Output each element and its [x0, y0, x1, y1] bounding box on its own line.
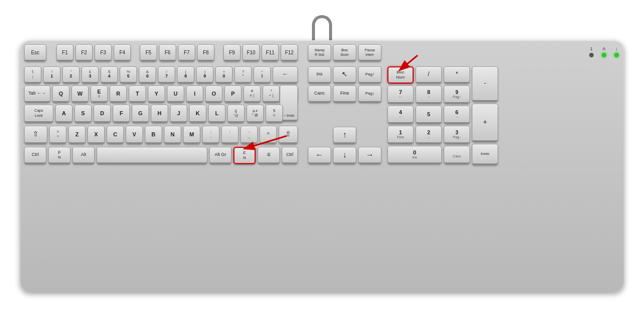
key-bloc-scorr[interactable]: BlocScorr [333, 44, 356, 61]
key-y[interactable]: Y [148, 86, 165, 103]
key-f8[interactable]: F8 [197, 44, 214, 61]
key-n[interactable]: N [164, 126, 181, 144]
key-plus[interactable]: *+ ] [263, 86, 280, 103]
key-f9[interactable]: F9 [223, 44, 240, 61]
key-num-slash[interactable]: / [416, 66, 442, 84]
key-num-5[interactable]: 5 [416, 106, 442, 124]
key-j[interactable]: J [170, 105, 187, 123]
key-num-6[interactable]: 6→ [444, 106, 470, 124]
key-8[interactable]: (8 [177, 66, 194, 84]
key-f10[interactable]: F10 [243, 44, 260, 61]
key-num-9[interactable]: 9Pag↑ [444, 86, 470, 104]
key-ccedilla[interactable]: ç°@ [227, 105, 245, 123]
key-l[interactable]: L [208, 105, 225, 123]
key-c[interactable]: C [107, 126, 124, 144]
key-ctrl-left[interactable]: Ctrl [24, 147, 46, 164]
key-stamp[interactable]: StampR Sist [308, 44, 331, 61]
key-caret2[interactable]: ^ [260, 126, 277, 144]
key-menu[interactable]: ≡ [258, 147, 280, 164]
key-r[interactable]: R [110, 86, 127, 103]
key-caret[interactable]: ^ì [254, 66, 271, 84]
key-e[interactable]: E€ [91, 86, 108, 103]
key-alt-gr[interactable]: Alt Gr [209, 147, 231, 164]
key-o[interactable]: O [205, 86, 222, 103]
key-num-0[interactable]: 0Ins [387, 146, 442, 164]
key-num-lock[interactable]: BlocNum [387, 66, 414, 84]
key-a[interactable]: A [55, 105, 72, 123]
key-backspace[interactable]: ← [273, 66, 298, 84]
key-9[interactable]: )9 [196, 66, 213, 84]
key-ugrave[interactable]: §ù [266, 105, 283, 123]
key-f6[interactable]: F6 [159, 44, 176, 61]
key-arrow-up[interactable]: ↑ [333, 127, 356, 144]
key-d[interactable]: D [94, 105, 111, 123]
key-num-2[interactable]: 2↓ [416, 126, 442, 144]
key-7[interactable]: /7 [158, 66, 175, 84]
key-shift-right[interactable]: ⇧ [279, 126, 298, 144]
key-3[interactable]: £3 [82, 66, 99, 84]
key-page-up[interactable]: Pag↑ [358, 66, 381, 84]
key-caps-lock[interactable]: CapsLock [24, 105, 53, 123]
key-shift-left[interactable]: ⇧ [24, 126, 47, 144]
key-s[interactable]: S [74, 105, 92, 123]
key-num-7[interactable]: 7← [387, 86, 414, 104]
key-f2[interactable]: F2 [75, 44, 93, 61]
key-pausa[interactable]: PausaInterr [358, 44, 381, 61]
key-2[interactable]: "2 [62, 66, 79, 84]
key-4[interactable]: $4 [101, 66, 118, 84]
key-6[interactable]: &6 [139, 66, 156, 84]
key-g[interactable]: G [132, 105, 149, 123]
key-num-plus[interactable]: + [472, 104, 498, 142]
key-page-down[interactable]: Pag↓ [358, 86, 381, 103]
key-k[interactable]: K [189, 105, 206, 123]
key-5[interactable]: %5 [120, 66, 137, 84]
key-num-dot[interactable]: .Canc [444, 146, 470, 164]
key-q[interactable]: Q [52, 86, 69, 103]
key-fn[interactable]: FN [48, 147, 70, 164]
key-end[interactable]: Fine [333, 86, 356, 103]
key-arrow-down[interactable]: ↓ [333, 147, 356, 164]
key-f[interactable]: F [113, 105, 130, 123]
key-w[interactable]: W [71, 86, 89, 103]
key-num-4[interactable]: 4← [387, 106, 414, 124]
key-num-3[interactable]: 3Pag↓ [444, 126, 470, 144]
key-fn2[interactable]: FN [233, 147, 256, 164]
key-num-1[interactable]: 1Fine [387, 126, 414, 144]
key-num-8[interactable]: 8↑ [416, 86, 442, 104]
key-angle[interactable]: >< [49, 126, 66, 144]
key-ins[interactable]: Ins [308, 66, 331, 84]
key-0[interactable]: =0 [215, 66, 232, 84]
key-period[interactable]: :. [221, 126, 238, 144]
key-f3[interactable]: F3 [95, 44, 112, 61]
key-del[interactable]: Canc [308, 86, 331, 103]
key-f5[interactable]: F5 [140, 44, 157, 61]
key-u[interactable]: U [167, 86, 184, 103]
key-minus[interactable]: -_ [240, 126, 258, 144]
key-f7[interactable]: F7 [178, 44, 195, 61]
key-agrave[interactable]: à #° @ [247, 105, 264, 123]
key-z[interactable]: Z [68, 126, 86, 144]
key-home[interactable]: ↖ [333, 66, 356, 84]
key-arrow-left[interactable]: ← [308, 147, 331, 164]
key-tab[interactable]: Tab ←→ [24, 86, 50, 103]
key-backslash[interactable]: \| [24, 66, 41, 84]
key-i[interactable]: I [186, 86, 203, 103]
key-1[interactable]: !1 [43, 66, 60, 84]
key-comma[interactable]: ;, [202, 126, 219, 144]
key-v[interactable]: V [126, 126, 143, 144]
key-f1[interactable]: F1 [56, 44, 73, 61]
key-m[interactable]: M [183, 126, 200, 144]
key-alt-left[interactable]: Alt [72, 147, 95, 164]
key-spacebar[interactable] [97, 147, 207, 164]
key-apostrophe[interactable]: ?' [234, 66, 252, 84]
key-arrow-right[interactable]: → [358, 147, 381, 164]
key-ctrl-right[interactable]: Ctrl [282, 147, 298, 164]
key-num-minus[interactable]: - [472, 66, 498, 102]
key-t[interactable]: T [129, 86, 146, 103]
key-b[interactable]: B [145, 126, 162, 144]
key-h[interactable]: H [151, 105, 168, 123]
key-x[interactable]: X [88, 126, 105, 144]
key-esc[interactable]: Esc [24, 44, 46, 61]
key-num-enter[interactable]: Invio [472, 144, 498, 165]
key-f12[interactable]: F12 [281, 44, 298, 61]
